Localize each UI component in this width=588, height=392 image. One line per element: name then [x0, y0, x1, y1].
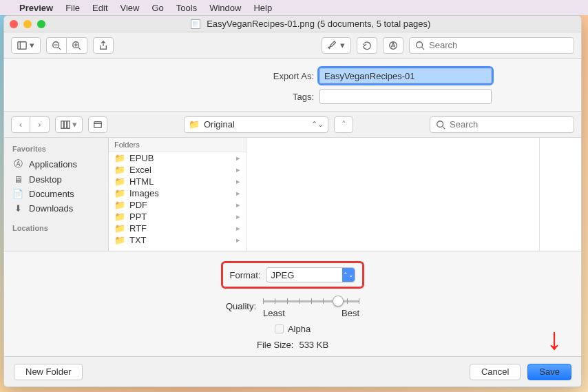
- cancel-button[interactable]: Cancel: [470, 364, 521, 380]
- folder-item[interactable]: 📁HTML▸: [109, 176, 246, 187]
- file-browser-search[interactable]: [430, 116, 574, 133]
- applications-icon: Ⓐ: [12, 158, 23, 170]
- svg-rect-15: [94, 121, 102, 127]
- sidebar-item-downloads[interactable]: ⬇Downloads: [4, 201, 108, 216]
- format-label: Format:: [230, 270, 261, 280]
- export-as-field[interactable]: [319, 68, 492, 83]
- folder-icon: 📁: [189, 119, 200, 130]
- toolbar-search[interactable]: [409, 37, 574, 54]
- folder-item[interactable]: 📁PPT▸: [109, 211, 246, 223]
- chevron-right-icon: ▸: [236, 224, 240, 233]
- sidebar-view-button[interactable]: ▾: [11, 37, 41, 54]
- menu-go[interactable]: Go: [151, 3, 163, 13]
- menu-window[interactable]: Window: [209, 3, 241, 13]
- tags-field[interactable]: [319, 89, 492, 104]
- path-dropdown[interactable]: 📁 Original ⌃⌄: [184, 116, 328, 133]
- rotate-button[interactable]: [357, 37, 377, 54]
- folder-item[interactable]: 📁EPUB▸: [109, 152, 246, 164]
- select-arrows-icon: ⌃⌄: [342, 268, 355, 282]
- menu-edit[interactable]: Edit: [92, 3, 107, 13]
- svg-point-17: [437, 121, 443, 127]
- system-menubar: Preview File Edit View Go Tools Window H…: [0, 0, 588, 15]
- folder-item[interactable]: 📁Images▸: [109, 187, 246, 199]
- file-browser-column-3: [540, 138, 581, 251]
- filesize-value: 533 KB: [299, 340, 328, 350]
- window-zoom-button[interactable]: [37, 20, 45, 28]
- zoom-in-button[interactable]: [67, 37, 87, 54]
- svg-line-11: [422, 47, 425, 50]
- menu-file[interactable]: File: [65, 3, 80, 13]
- save-button[interactable]: Save: [527, 364, 571, 380]
- file-browser-search-input[interactable]: [450, 119, 568, 130]
- markup-button[interactable]: [383, 37, 403, 54]
- group-button[interactable]: [88, 116, 107, 133]
- folder-name: RTF: [129, 223, 147, 234]
- sidebar-favorites-header: Favorites: [4, 142, 108, 156]
- export-options: Format: JPEG ⌃⌄ Quality: Least Best: [4, 251, 581, 360]
- chevron-right-icon: ▸: [236, 177, 240, 186]
- alpha-label: Alpha: [288, 324, 311, 334]
- window-titlebar: EasyVeganRecipes-01.png (5 documents, 5 …: [4, 16, 581, 32]
- folder-icon: 📁: [114, 165, 125, 175]
- document-proxy-icon[interactable]: [191, 19, 200, 29]
- slider-thumb[interactable]: [333, 296, 344, 307]
- nav-forward-button[interactable]: ›: [30, 116, 50, 133]
- folder-name: PDF: [129, 200, 147, 210]
- quality-best-label: Best: [342, 308, 359, 318]
- window-minimize-button[interactable]: [23, 20, 32, 28]
- search-icon: [415, 41, 425, 50]
- file-browser-sidebar: Favorites ⒶApplications 🖥Desktop 📄Docume…: [4, 138, 109, 251]
- folder-item[interactable]: 📁Excel▸: [109, 164, 246, 176]
- folder-icon: 📁: [114, 200, 125, 210]
- view-mode-button[interactable]: ▾: [55, 116, 83, 133]
- format-row-highlight: Format: JPEG ⌃⌄: [221, 261, 365, 289]
- path-up-button[interactable]: ˄: [334, 116, 353, 133]
- nav-back-button[interactable]: ‹: [11, 116, 30, 133]
- format-select[interactable]: JPEG ⌃⌄: [266, 267, 355, 282]
- menu-help[interactable]: Help: [253, 3, 272, 13]
- sidebar-item-desktop[interactable]: 🖥Desktop: [4, 172, 108, 187]
- annotation-arrow-icon: ↓: [547, 322, 562, 356]
- chevron-right-icon: ▸: [236, 189, 240, 198]
- folder-item[interactable]: 📁TXT▸: [109, 234, 246, 246]
- zoom-out-button[interactable]: [46, 37, 67, 54]
- quality-slider[interactable]: [263, 294, 359, 308]
- preview-window: EasyVeganRecipes-01.png (5 documents, 5 …: [3, 15, 582, 387]
- folder-icon: 📁: [114, 188, 125, 198]
- chevron-right-icon: ▸: [236, 212, 240, 221]
- svg-rect-13: [64, 121, 67, 128]
- svg-line-6: [78, 47, 81, 50]
- folder-item[interactable]: 📁PDF▸: [109, 199, 246, 211]
- folder-icon: 📁: [114, 176, 125, 187]
- file-browser-column-1: Folders 📁EPUB▸📁Excel▸📁HTML▸📁Images▸📁PDF▸…: [109, 138, 246, 251]
- format-value: JPEG: [271, 270, 294, 280]
- toolbar-search-input[interactable]: [429, 40, 568, 50]
- share-button[interactable]: [93, 37, 114, 54]
- highlight-button[interactable]: ▾: [322, 37, 351, 54]
- quality-least-label: Least: [263, 308, 285, 318]
- app-menu[interactable]: Preview: [19, 3, 53, 13]
- export-sheet: Export As: Tags: ‹ › ▾ 📁 Original ⌃⌄: [4, 59, 581, 386]
- folder-item[interactable]: 📁RTF▸: [109, 223, 246, 234]
- folder-name: PPT: [129, 212, 147, 222]
- folder-icon: 📁: [114, 223, 125, 234]
- menu-tools[interactable]: Tools: [176, 3, 197, 13]
- chevron-right-icon: ▸: [236, 236, 240, 245]
- chevron-right-icon: ▸: [236, 165, 240, 174]
- menu-view[interactable]: View: [120, 3, 140, 13]
- file-browser-column-2: [246, 138, 540, 251]
- chevron-right-icon: ▸: [236, 154, 240, 163]
- sidebar-item-documents[interactable]: 📄Documents: [4, 187, 108, 201]
- dropdown-arrows-icon: ⌃⌄: [311, 120, 324, 129]
- sidebar-item-applications[interactable]: ⒶApplications: [4, 156, 108, 172]
- folder-name: Excel: [129, 165, 151, 175]
- window-close-button[interactable]: [10, 20, 18, 28]
- sidebar-locations-header: Locations: [4, 221, 108, 235]
- window-title-text: EasyVeganRecipes-01.png (5 documents, 5 …: [207, 19, 430, 29]
- svg-rect-14: [67, 121, 70, 128]
- folder-name: HTML: [129, 176, 154, 187]
- current-folder-name: Original: [204, 119, 235, 130]
- alpha-row: Alpha: [275, 324, 311, 334]
- new-folder-button[interactable]: New Folder: [14, 364, 83, 380]
- folder-icon: 📁: [114, 153, 125, 163]
